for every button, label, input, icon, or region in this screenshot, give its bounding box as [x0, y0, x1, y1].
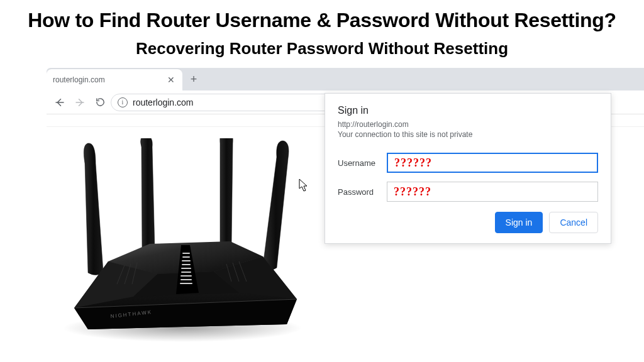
cancel-button[interactable]: Cancel — [549, 212, 598, 233]
username-field[interactable]: ?????? — [387, 153, 598, 173]
svg-rect-4 — [182, 264, 191, 265]
svg-rect-8 — [180, 279, 192, 280]
password-field[interactable]: ?????? — [387, 182, 598, 202]
new-tab-button[interactable]: + — [186, 72, 201, 87]
svg-rect-6 — [181, 272, 191, 273]
page-title: How to Find Router Username & Password W… — [0, 9, 644, 32]
router-image: NIGHTHAWK — [50, 138, 314, 346]
password-label: Password — [338, 187, 387, 197]
dialog-url: http://routerlogin.com — [338, 120, 598, 129]
forward-button[interactable] — [70, 93, 89, 112]
svg-rect-2 — [182, 256, 190, 258]
svg-rect-7 — [180, 275, 192, 277]
address-text: routerlogin.com — [133, 97, 194, 107]
svg-rect-3 — [182, 260, 191, 261]
page-subtitle: Recovering Router Password Without Reset… — [0, 39, 644, 58]
svg-rect-5 — [181, 268, 191, 269]
signin-button[interactable]: Sign in — [495, 212, 543, 233]
dialog-title: Sign in — [338, 105, 598, 116]
arrow-right-icon — [74, 97, 86, 108]
info-icon[interactable]: i — [118, 97, 128, 107]
browser-tab[interactable]: routerlogin.com ✕ — [47, 69, 182, 90]
svg-rect-1 — [182, 253, 190, 254]
back-button[interactable] — [50, 93, 69, 112]
signin-dialog: Sign in http://routerlogin.com Your conn… — [325, 93, 611, 244]
arrow-left-icon — [54, 97, 65, 108]
reload-button[interactable] — [91, 93, 109, 112]
svg-rect-9 — [180, 283, 192, 284]
tab-title: routerlogin.com — [53, 75, 166, 84]
reload-icon — [95, 97, 106, 107]
close-icon[interactable]: ✕ — [166, 75, 176, 85]
username-label: Username — [338, 158, 387, 168]
dialog-note: Your connection to this site is not priv… — [338, 130, 598, 139]
tab-bar: routerlogin.com ✕ + — [47, 68, 644, 90]
